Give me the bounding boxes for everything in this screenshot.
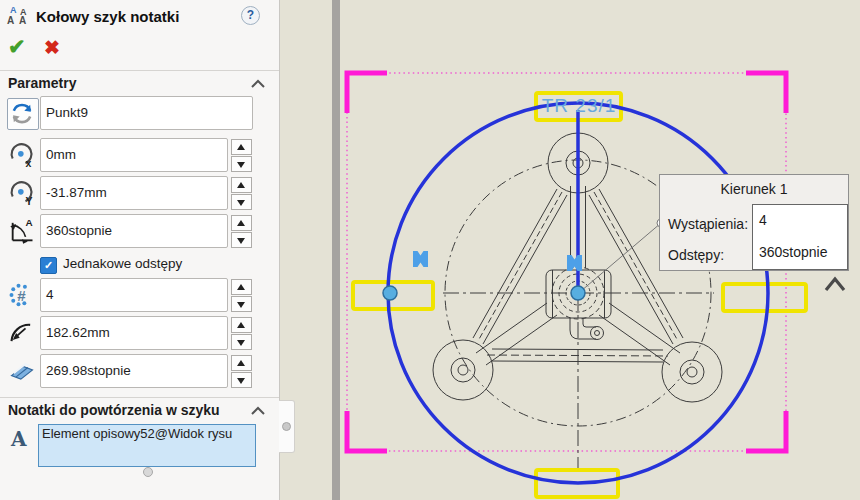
arc-angle-field[interactable]: 269.98stopnie [40,354,228,388]
instance-count-spin-up[interactable] [231,279,252,295]
pattern-center-handle[interactable] [571,286,585,300]
notes-to-pattern-listbox[interactable]: Element opisowy52@Widok rysu [38,424,256,467]
svg-text:x: x [26,157,32,169]
center-y-spin-up[interactable] [231,177,252,193]
center-x-spin-down[interactable] [231,156,252,172]
center-y-field[interactable]: -31.87mm [40,176,228,210]
pivot-point-field[interactable]: Punkt9 [40,96,253,130]
callout-value-box[interactable]: 4 360stopnie [752,204,848,270]
svg-text:A: A [26,217,33,228]
instance-count-icon: # [8,281,36,309]
arc-angle-spin-down[interactable] [231,372,252,388]
property-manager-panel: A A A A Kołowy szyk notatki ? ✔ ✖ Parame… [0,0,280,500]
center-x-icon: x [8,141,36,169]
cancel-button[interactable]: ✖ [44,38,60,57]
radius-field[interactable]: 182.62mm [40,316,228,350]
section-parameters[interactable]: Parametry [8,75,77,91]
rotation-point-icon-box[interactable] [7,98,39,130]
total-angle-spin-down[interactable] [231,232,252,248]
note-icon: A [11,427,27,451]
section-collapse-chevron-icon[interactable] [250,406,266,416]
radius-icon [8,319,36,347]
splitter-grip-icon [282,422,291,431]
divider [0,397,279,398]
radius-spin-up[interactable] [231,317,252,333]
solidworks-window: TR 23/1 Kierunek 1 Wystąpienia: Odstępy:… [0,0,860,500]
callout-title: Kierunek 1 [660,181,848,197]
callout-spacing-label: Odstępy: [668,247,724,263]
pattern-instance-handle[interactable] [383,286,397,300]
panel-splitter-handle[interactable] [279,400,295,453]
center-x-spin-up[interactable] [231,139,252,155]
panel-title: Kołowy szyk notatki [36,8,179,25]
sheet-edge-bar [332,0,340,500]
rotate-icon [8,99,36,127]
instance-count-spin-down[interactable] [231,296,252,312]
callout-spacing-value[interactable]: 360stopnie [759,244,828,260]
help-button[interactable]: ? [241,6,260,25]
svg-text:Y: Y [26,195,33,207]
pattern-note-text[interactable]: TR 23/1 [536,95,622,117]
graphics-collapse-chevron-icon[interactable] [822,274,848,296]
panel-header: A A A A Kołowy szyk notatki ? [0,0,279,34]
total-angle-spin-up[interactable] [231,215,252,231]
radius-spin-down[interactable] [231,334,252,350]
callout-instances-value[interactable]: 4 [759,212,767,228]
section-notes[interactable]: Notatki do powtórzenia w szyku [8,402,220,418]
instance-count-field[interactable]: 4 [40,278,228,312]
section-collapse-chevron-icon[interactable] [250,79,266,89]
divider [0,70,279,71]
total-angle-field[interactable]: 360stopnie [40,214,228,248]
listbox-resize-handle[interactable] [143,467,153,477]
direction-callout: Kierunek 1 Wystąpienia: Odstępy: 4 360st… [659,174,849,271]
callout-instances-label: Wystąpienia: [668,216,748,232]
ok-button[interactable]: ✔ [8,36,26,57]
circular-pattern-annotation-icon: A A A A [7,6,31,28]
center-y-spin-down[interactable] [231,194,252,210]
center-x-field[interactable]: 0mm [40,138,228,172]
total-angle-icon: A [8,217,36,245]
svg-text:#: # [17,287,26,304]
equal-spacing-checkbox[interactable]: ✓ [40,257,57,274]
arc-angle-icon [8,357,36,385]
center-y-icon: Y [8,179,36,207]
equal-spacing-label: Jednakowe odstępy [63,256,182,271]
arc-angle-spin-up[interactable] [231,355,252,371]
